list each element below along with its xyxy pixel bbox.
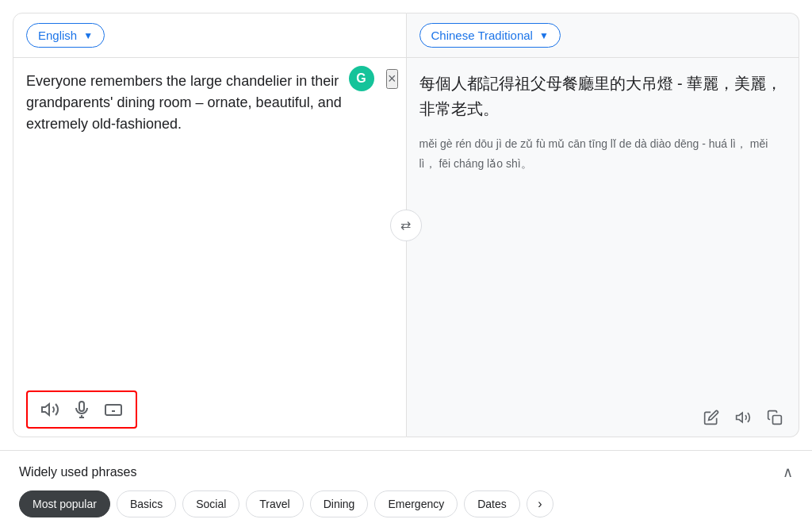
target-language-chevron-icon: ▼ xyxy=(539,30,549,41)
left-lang-selector: English ▼ xyxy=(13,13,406,58)
left-actions-bar xyxy=(13,383,406,437)
phrase-tag-dates[interactable]: Dates xyxy=(464,490,520,517)
swap-languages-button[interactable]: ⇄ xyxy=(390,210,422,241)
phrases-section: Widely used phrases ∧ Most popularBasics… xyxy=(0,450,812,527)
listen-button[interactable] xyxy=(37,397,63,422)
edit-translation-button[interactable] xyxy=(700,406,722,429)
copy-translation-button[interactable] xyxy=(764,406,786,429)
romanization-text: měi gè rén dōu jì de zǔ fù mǔ cān tīng l… xyxy=(419,134,787,174)
translated-text-content: 每個人都記得祖父母餐廳里的大吊燈 - 華麗，美麗，非常老式。 xyxy=(419,71,787,121)
listen-translation-button[interactable] xyxy=(732,406,754,429)
svg-rect-1 xyxy=(79,402,84,411)
source-language-chevron-icon: ▼ xyxy=(83,30,93,41)
phrase-tag-social[interactable]: Social xyxy=(182,490,239,517)
keyboard-button[interactable] xyxy=(101,397,126,422)
phrase-tag-travel[interactable]: Travel xyxy=(246,490,303,517)
right-panel: Chinese Traditional ▼ 每個人都記得祖父母餐廳里的大吊燈 -… xyxy=(407,13,800,437)
phrase-tag-basics[interactable]: Basics xyxy=(117,490,176,517)
phrases-tags-list: Most popularBasicsSocialTravelDiningEmer… xyxy=(19,490,793,517)
left-panel: English ▼ G × Everyone remembers the lar… xyxy=(13,13,407,437)
phrase-tag-dining[interactable]: Dining xyxy=(310,490,369,517)
translated-text-area: 每個人都記得祖父母餐廳里的大吊燈 - 華麗，美麗，非常老式。 měi gè ré… xyxy=(407,58,799,398)
microphone-button[interactable] xyxy=(69,397,94,422)
phrases-title: Widely used phrases xyxy=(19,465,137,479)
swap-icon: ⇄ xyxy=(400,217,411,233)
phrases-more-button[interactable]: › xyxy=(527,490,553,517)
phrases-header: Widely used phrases ∧ xyxy=(19,464,793,481)
right-actions-bar xyxy=(407,398,799,437)
svg-rect-13 xyxy=(773,416,782,425)
highlighted-action-group xyxy=(26,390,137,429)
source-language-label: English xyxy=(38,29,77,42)
source-language-dropdown[interactable]: English ▼ xyxy=(26,23,105,48)
target-language-label: Chinese Traditional xyxy=(431,29,533,42)
clear-text-button[interactable]: × xyxy=(386,69,398,89)
phrases-collapse-button[interactable]: ∧ xyxy=(783,464,793,481)
source-text-content: Everyone remembers the large chandelier … xyxy=(26,71,393,135)
phrase-tag-most-popular[interactable]: Most popular xyxy=(19,490,110,517)
svg-rect-4 xyxy=(105,405,121,415)
phrase-tag-emergency[interactable]: Emergency xyxy=(374,490,458,517)
svg-marker-12 xyxy=(737,413,743,422)
svg-marker-0 xyxy=(42,404,49,415)
target-language-dropdown[interactable]: Chinese Traditional ▼ xyxy=(419,23,561,48)
grammarly-icon: G xyxy=(349,66,374,91)
source-text-area[interactable]: G × Everyone remembers the large chandel… xyxy=(13,58,406,383)
right-lang-selector: Chinese Traditional ▼ xyxy=(407,13,799,58)
